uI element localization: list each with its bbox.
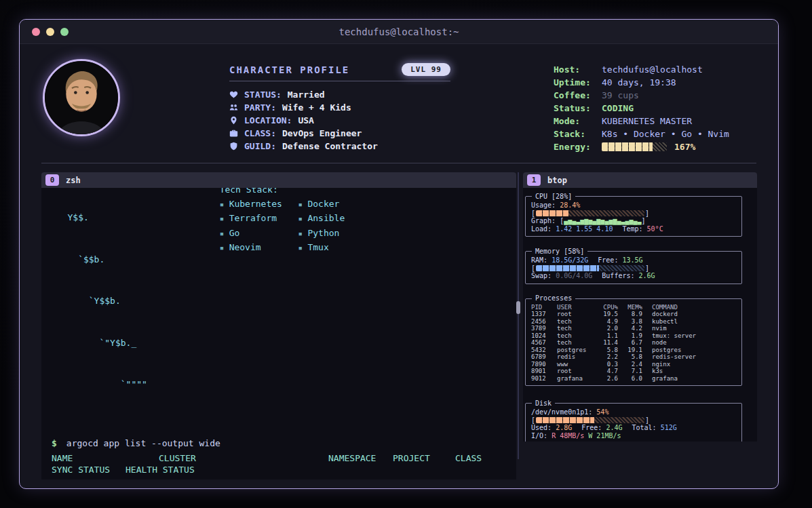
process-row: 8901root4.77.1k3s xyxy=(531,368,736,375)
disk-read: R 48MB/s xyxy=(552,432,584,439)
memory-box-title: Memory [58%] xyxy=(532,248,587,256)
stat-stack: Stack: K8s • Docker • Go • Nvim xyxy=(554,128,756,140)
bullet-icon: ▪ xyxy=(298,227,307,241)
profile-item-value: USA xyxy=(298,115,313,125)
terminal-window: techdufus@localhost:~ xyxy=(19,19,779,489)
zsh-banner: Y$$. `$$b. `Y$$b. `"Y$b._ `"""" Tech Sta… xyxy=(52,188,516,420)
system-stats: Host: techdufus@localhost Uptime: 40 day… xyxy=(554,52,756,153)
tab-name: zsh xyxy=(66,176,81,185)
shield-icon xyxy=(229,142,238,151)
swap-value: 0.0G/4.0G xyxy=(556,272,592,279)
disk-write: W 21MB/s xyxy=(588,432,621,439)
cpu-box-title: CPU [28%] xyxy=(532,193,575,201)
avatar-wrap xyxy=(41,52,229,153)
stat-value: K8s • Docker • Go • Nvim xyxy=(602,129,729,139)
bullet-icon: ▪ xyxy=(220,227,229,241)
pane-zsh: 0 zsh Y$$. `$$b. `Y$$b. `"Y$b._ `"""" xyxy=(41,172,516,480)
party-icon xyxy=(229,103,238,112)
ascii-art: Y$$. `$$b. `Y$$b. `"Y$b._ `"""" xyxy=(52,188,213,420)
tab-zsh[interactable]: 0 zsh xyxy=(41,172,516,188)
avatar xyxy=(43,59,120,136)
processes-box: Processes PIDUSERCPU%MEM%COMMAND 1337roo… xyxy=(525,298,742,387)
bullet-icon: ▪ xyxy=(298,212,307,227)
zsh-terminal[interactable]: Y$$. `$$b. `Y$$b. `"Y$b._ `"""" Tech Sta… xyxy=(41,188,516,480)
titlebar: techdufus@localhost:~ xyxy=(20,20,778,44)
bullet-icon: ▪ xyxy=(220,198,229,212)
stat-uptime: Uptime: 40 days, 19:38 xyxy=(554,76,756,89)
command-text: argocd app list --output wide xyxy=(66,438,220,448)
processes-box-title: Processes xyxy=(532,295,575,302)
bullet-icon: ▪ xyxy=(220,241,229,256)
stat-value: 39 cups xyxy=(602,90,639,100)
energy-bar xyxy=(602,142,667,151)
process-row: 6789redis2.25.8redis-server xyxy=(531,353,736,361)
profile-item-label: CLASS: xyxy=(244,128,276,138)
argocd-table: NAMECLUSTERNAMESPACEPROJECTCLASS SYNC ST… xyxy=(52,452,516,480)
process-row: 5432postgres5.819.1postgres xyxy=(531,347,736,354)
stat-label: Energy: xyxy=(554,142,602,152)
profile-item-location: LOCATION: USA xyxy=(229,114,450,127)
pane-divider xyxy=(518,172,519,459)
process-row: 1337root19.58.9dockerd xyxy=(531,311,736,318)
memory-free-value: 13.5G xyxy=(622,256,642,264)
profile-item-value: Defense Contractor xyxy=(282,141,378,151)
tab-btop[interactable]: 1 btop xyxy=(523,172,757,188)
character-profile-title: CHARACTER PROFILE xyxy=(229,64,349,75)
prompt-symbol: $ xyxy=(52,438,57,448)
profile-item-value: DevOps Engineer xyxy=(282,128,362,138)
btop-monitor: CPU [28%] Usage: 28.4% [] Graph: [▄▅▄▃▅▆… xyxy=(523,188,757,442)
cpu-load-value: 1.42 1.55 4.10 xyxy=(556,225,613,233)
tech-stack: Tech Stack: ▪Kubernetes ▪Docker ▪Terrafo… xyxy=(220,188,345,256)
stat-label: Stack: xyxy=(554,129,602,139)
cpu-usage-value: 28.4% xyxy=(560,201,580,209)
profile-item-status: STATUS: Married xyxy=(229,88,450,101)
profile-item-value: Wife + 4 Kids xyxy=(282,102,351,113)
stat-label: Uptime: xyxy=(554,77,602,87)
stat-value: techdufus@localhost xyxy=(602,64,703,75)
tech-stack-heading: Tech Stack: xyxy=(220,188,345,197)
memory-bar xyxy=(536,265,644,271)
scrollbar-thumb[interactable] xyxy=(516,301,520,314)
stat-label: Status: xyxy=(554,103,602,113)
tab-index-badge: 0 xyxy=(45,174,59,186)
process-row: 1024tech1.11.9tmux: server xyxy=(531,332,736,340)
memory-box: Memory [58%] RAM: 18.5G/32GFree: 13.5G [… xyxy=(525,251,742,284)
bullet-icon: ▪ xyxy=(298,198,307,212)
profile-item-class: CLASS: DevOps Engineer xyxy=(229,127,450,140)
disk-bar xyxy=(536,417,644,423)
process-header-row: PIDUSERCPU%MEM%COMMAND xyxy=(531,304,736,311)
bullet-icon: ▪ xyxy=(298,241,307,256)
cpu-temp-value: 50°C xyxy=(647,225,663,233)
table-header-row: NAMECLUSTERNAMESPACEPROJECTCLASS xyxy=(52,452,516,464)
tech-stack-row: ▪Neovim ▪Tmux xyxy=(220,241,345,256)
stat-value: 40 days, 19:38 xyxy=(602,77,676,87)
stat-label: Mode: xyxy=(554,116,602,126)
briefcase-icon xyxy=(229,129,238,138)
level-badge: LVL 99 xyxy=(402,63,450,76)
stat-mode: Mode: KUBERNETES MASTER xyxy=(554,115,756,128)
profile-section: CHARACTER PROFILE LVL 99 STATUS: Married… xyxy=(20,44,778,153)
section-divider xyxy=(41,163,756,163)
tab-name: btop xyxy=(547,176,567,185)
cpu-box: CPU [28%] Usage: 28.4% [] Graph: [▄▅▄▃▅▆… xyxy=(525,196,742,237)
buffers-value: 2.6G xyxy=(639,272,655,279)
profile-item-guild: GUILD: Defense Contractor xyxy=(229,140,450,153)
energy-bar-fill xyxy=(602,142,653,151)
tmux-panes: 0 zsh Y$$. `$$b. `Y$$b. `"Y$b._ `"""" xyxy=(41,172,756,489)
pane-btop: 1 btop CPU [28%] Usage: 28.4% [] Graph: … xyxy=(523,172,757,442)
stat-label: Host: xyxy=(554,64,602,75)
process-row: 9012grafana2.66.0grafana xyxy=(531,375,736,383)
process-row: 7890www0.32.4nginx xyxy=(531,361,736,368)
profile-item-party: PARTY: Wife + 4 Kids xyxy=(229,101,450,114)
heading-divider xyxy=(229,81,450,81)
table-row: coffee-frontendhttps://kubernetes.defaul… xyxy=(52,478,516,480)
profile-item-value: Married xyxy=(288,90,325,100)
disk-box-title: Disk xyxy=(532,399,555,408)
profile-item-label: STATUS: xyxy=(244,90,282,100)
tech-stack-row: ▪Kubernetes ▪Docker xyxy=(220,197,345,212)
energy-value: 167% xyxy=(674,142,695,152)
table-header-row-wrapped: SYNC STATUSHEALTH STATUS xyxy=(52,464,516,475)
tech-stack-row: ▪Go ▪Python xyxy=(220,227,345,241)
character-card: CHARACTER PROFILE LVL 99 STATUS: Married… xyxy=(229,52,450,153)
window-title: techdufus@localhost:~ xyxy=(20,26,778,37)
